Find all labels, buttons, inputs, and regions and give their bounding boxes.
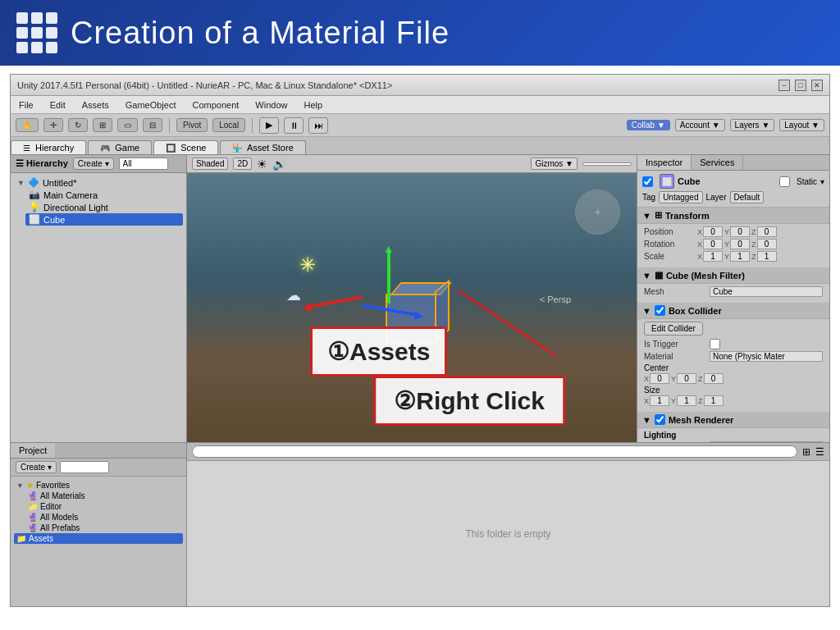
scene-nav-widget[interactable]: ✛ [575, 189, 620, 235]
object-name[interactable]: Cube [678, 176, 776, 186]
close-button[interactable]: ✕ [811, 80, 823, 91]
favorites-item[interactable]: ▼ ★ Favorites [14, 480, 183, 491]
asset-view-toggle[interactable]: ⊞ [802, 446, 810, 458]
collider-material-val[interactable]: None (Physic Mater [710, 351, 823, 362]
box-collider-header[interactable]: ▼ Box Collider [637, 303, 829, 319]
hierarchy-create-button[interactable]: Create ▾ [73, 158, 114, 170]
step-button[interactable]: ⏭ [308, 117, 328, 134]
scene-search[interactable] [582, 162, 632, 166]
annotation-rightclick-text: ②Right Click [394, 387, 545, 414]
position-y-input[interactable] [730, 226, 750, 237]
center-x[interactable] [650, 373, 669, 384]
hierarchy-label: ☰ Hierarchy [16, 158, 68, 169]
tab-asset-store[interactable]: 🏪 Asset Store [220, 140, 305, 154]
is-trigger-checkbox[interactable] [710, 339, 720, 349]
transform-header[interactable]: ▼ ⊞ Transform [637, 208, 829, 224]
mesh-renderer-header[interactable]: ▼ Mesh Renderer [637, 412, 829, 428]
mesh-field-value[interactable]: Cube [710, 286, 823, 297]
object-active-checkbox[interactable] [642, 176, 653, 187]
scale-tool[interactable]: ⊞ [93, 118, 112, 132]
scene-viewport[interactable]: ✳ ☁ ▲ ◀ [187, 173, 637, 442]
is-trigger-row: Is Trigger [644, 339, 823, 349]
menu-edit[interactable]: Edit [47, 99, 69, 111]
tab-project[interactable]: Project [11, 443, 55, 458]
directional-light-item[interactable]: 💡 Directional Light [25, 201, 183, 213]
tab-inspector[interactable]: Inspector [637, 155, 692, 170]
pivot-button[interactable]: Pivot [176, 118, 208, 132]
layer-dropdown[interactable]: Default [730, 191, 765, 203]
asset-list-toggle[interactable]: ☰ [815, 446, 824, 458]
scene-area[interactable]: Shaded 2D ☀ 🔊 Gizmos ▼ ✳ ☁ [187, 155, 637, 442]
rotation-y-input[interactable] [730, 239, 750, 249]
shading-dropdown[interactable]: Shaded [192, 158, 228, 170]
play-button[interactable]: ▶ [259, 117, 279, 134]
menu-gameobject[interactable]: GameObject [122, 99, 180, 111]
project-create-button[interactable]: Create ▾ [16, 461, 57, 473]
menu-assets[interactable]: Assets [79, 99, 112, 111]
arrow-annotation-svg [433, 282, 581, 364]
maximize-button[interactable]: □ [795, 80, 806, 91]
tab-services[interactable]: Services [692, 155, 743, 170]
layers-dropdown[interactable]: Layers ▼ [730, 119, 775, 131]
mesh-filter-header[interactable]: ▼ ▦ Cube (Mesh Filter) [637, 267, 829, 284]
move-tool[interactable]: ✛ [43, 118, 63, 132]
tab-game[interactable]: 🎮 Game [88, 140, 152, 154]
inspector-tab-row: Inspector Services [637, 155, 829, 171]
game-icon: 🎮 [100, 144, 110, 153]
collab-button[interactable]: Collab ▼ [627, 120, 670, 130]
2d-button[interactable]: 2D [233, 158, 252, 170]
audio-toggle[interactable]: 🔊 [272, 158, 286, 171]
scale-y-input[interactable] [730, 251, 750, 262]
hand-tool[interactable]: ✋ [16, 118, 39, 132]
cube-item[interactable]: ⬜ Cube [25, 213, 183, 226]
size-z[interactable] [704, 395, 724, 406]
rotation-x-input[interactable] [703, 239, 723, 249]
rect-tool[interactable]: ▭ [117, 118, 138, 132]
editor-item[interactable]: 📁 Editor [25, 501, 183, 512]
edit-collider-button[interactable]: Edit Collider [644, 322, 703, 336]
transform-tool[interactable]: ⊟ [143, 118, 162, 132]
local-button[interactable]: Local [212, 118, 245, 132]
tab-scene[interactable]: 🔲 Scene [153, 140, 218, 154]
menu-help[interactable]: Help [300, 99, 326, 111]
assets-folder-item[interactable]: 📁 Assets [14, 533, 183, 544]
asset-search-input[interactable] [192, 445, 797, 458]
scale-x-input[interactable] [703, 251, 723, 262]
menu-window[interactable]: Window [252, 99, 290, 111]
project-tab-row: Project [11, 443, 186, 459]
static-dropdown-icon[interactable]: ▾ [820, 177, 824, 186]
position-x-input[interactable] [703, 226, 723, 237]
hierarchy-children: 📷 Main Camera 💡 Directional Light ⬜ Cube [14, 189, 183, 226]
rotate-tool[interactable]: ↻ [68, 118, 88, 132]
center-y[interactable] [677, 373, 696, 384]
project-search[interactable] [60, 461, 109, 473]
all-models-item[interactable]: 🔮 All Models [25, 512, 183, 523]
menu-file[interactable]: File [16, 99, 37, 111]
center-z[interactable] [704, 373, 724, 384]
gizmos-dropdown[interactable]: Gizmos ▼ [531, 158, 578, 170]
scene-root-item[interactable]: ▼ 🔷 Untitled* [14, 176, 183, 189]
menu-component[interactable]: Component [189, 99, 242, 111]
tag-dropdown[interactable]: Untagged [659, 191, 702, 203]
size-x[interactable] [650, 395, 669, 406]
separator-2 [252, 118, 253, 133]
all-prefabs-item[interactable]: 🔮 All Prefabs [25, 523, 183, 533]
mesh-renderer-enabled[interactable] [655, 414, 665, 425]
layout-dropdown[interactable]: Layout ▼ [779, 119, 824, 131]
main-camera-item[interactable]: 📷 Main Camera [25, 189, 183, 201]
position-z-input[interactable] [757, 226, 777, 237]
scale-z-input[interactable] [757, 251, 777, 262]
lighting-toggle[interactable]: ☀ [257, 158, 267, 171]
mesh-filter-icon: ▦ [655, 270, 663, 281]
window-titlebar: Unity 2017.4.5f1 Personal (64bit) - Unti… [11, 75, 829, 96]
static-checkbox[interactable] [779, 176, 790, 187]
account-dropdown[interactable]: Account ▼ [675, 119, 725, 131]
hierarchy-search[interactable] [119, 158, 168, 170]
all-materials-item[interactable]: 🔮 All Materials [25, 491, 183, 501]
size-y[interactable] [677, 395, 696, 406]
minimize-button[interactable]: − [778, 80, 790, 91]
rotation-z-input[interactable] [757, 239, 777, 249]
tab-hierarchy[interactable]: ☰ Hierarchy [11, 140, 86, 154]
box-collider-enabled[interactable] [655, 305, 665, 316]
pause-button[interactable]: ⏸ [284, 117, 304, 134]
